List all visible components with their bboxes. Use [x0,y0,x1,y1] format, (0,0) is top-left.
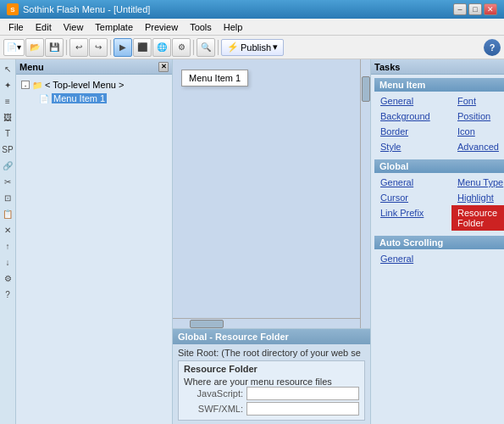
redo-button[interactable]: ↪ [89,38,108,57]
task-g-linkprefix[interactable]: Link Prefix [374,205,451,231]
publish-button[interactable]: ⚡ Publish ▾ [221,39,284,56]
tool-link[interactable]: 🔗 [0,158,15,173]
tree-root-label: < Top-level Menu > [45,80,124,90]
menu-help[interactable]: Help [219,21,248,33]
swf-input[interactable] [246,402,359,416]
info-panel: Global - Resource Folder Site Root: (The… [173,328,370,424]
task-mi-position[interactable]: Position [451,109,504,124]
menu-preview[interactable]: Preview [140,21,183,33]
tree-expand-root[interactable]: - [21,81,30,89]
task-mi-border[interactable]: Border [374,124,451,139]
tool-move-up[interactable]: ↑ [0,238,15,254]
task-section-menu-item-header: Menu Item [374,78,504,92]
tasks-content: Menu Item General Font Background Positi… [371,75,504,424]
new-icon: 📄 [7,42,17,52]
task-menu-item-label: Menu Item [379,80,425,90]
task-mi-font[interactable]: Font [451,93,504,109]
tree-item-root[interactable]: - 📁 < Top-level Menu > [19,78,169,92]
canvas-scrollbar-horizontal[interactable] [173,318,360,328]
tool-add-sub[interactable]: ≡ [0,93,15,109]
task-mi-general[interactable]: General [374,93,451,109]
task-as-general[interactable]: General [374,251,451,266]
zoom-out-button[interactable]: 🔍 [197,38,215,57]
tree-item-label: Menu Item 1 [52,93,107,103]
menu-panel-title: Menu [19,62,44,72]
minimize-button[interactable]: – [453,3,467,15]
task-g-cursor[interactable]: Cursor [374,190,451,205]
menu-edit[interactable]: Edit [30,21,57,33]
task-autoscrolling-grid: General [374,251,504,266]
task-g-resourcefolder[interactable]: Resource Folder [451,205,504,231]
task-g-highlight[interactable]: Highlight [451,190,504,205]
task-autoscrolling-label: Auto Scrolling [379,237,443,248]
task-mi-style[interactable]: Style [374,139,451,154]
preview-button[interactable]: ▶ [114,38,132,57]
tool-cut[interactable]: ✂ [0,174,15,189]
open-button[interactable]: 📂 [25,38,44,57]
task-menu-item-grid: General Font Background Position Border … [374,93,504,154]
publish-label: Publish [241,42,271,53]
task-g-general[interactable]: General [374,175,451,190]
tool-select[interactable]: ↖ [0,61,15,76]
task-section-autoscrolling: Auto Scrolling General [374,236,504,266]
separator-4 [218,40,219,55]
canvas-area[interactable]: Menu Item 1 [173,59,370,328]
menu-view[interactable]: View [58,21,89,33]
settings-button[interactable]: ⚙ [172,38,191,57]
tasks-header: Tasks ✕ [371,59,504,75]
tool-image[interactable]: 🖼 [0,109,15,125]
close-button[interactable]: ✕ [484,3,497,15]
canvas-panel: Menu Item 1 Global - Resource Folder Sit… [173,59,371,424]
task-mi-icon[interactable]: Icon [451,124,504,139]
separator-1 [66,40,67,55]
toolbar: 📄 ▾ 📂 💾 ↩ ↪ ▶ ⬛ 🌐 ⚙ 🔍 ⚡ Publish ▾ ? [0,36,504,59]
tree-item-icon: 📄 [38,92,50,104]
menu-tools[interactable]: Tools [185,21,217,33]
canvas-menu-item[interactable]: Menu Item 1 [181,70,248,86]
app-icon: S [7,3,19,15]
menu-panel: Menu ✕ - 📁 < Top-level Menu > 📄 Menu Ite… [16,59,173,424]
left-sidebar: ↖ ✦ ≡ 🖼 T SP 🔗 ✂ ⊡ 📋 ✕ ↑ ↓ ⚙ ? [0,59,16,424]
task-section-global: Global General Menu Type Cursor Highligh… [374,159,504,231]
menu-template[interactable]: Template [90,21,138,33]
save-button[interactable]: 💾 [45,38,64,57]
stop-button[interactable]: ⬛ [133,38,152,57]
swf-row: SWF/XML: [184,402,359,416]
task-section-autoscrolling-header: Auto Scrolling [374,236,504,249]
task-section-menu-item: Menu Item General Font Background Positi… [374,78,504,154]
separator-3 [193,40,194,55]
tree-item-menuitem1[interactable]: 📄 Menu Item 1 [36,92,169,105]
browser-button[interactable]: 🌐 [152,38,171,57]
info-section-resource: Resource Folder Where are your menu reso… [178,360,365,421]
tool-copy[interactable]: ⊡ [0,190,15,205]
tool-paste[interactable]: 📋 [0,206,15,221]
undo-button[interactable]: ↩ [69,38,88,57]
info-panel-header: Global - Resource Folder [173,329,370,344]
publish-icon: ⚡ [227,42,239,53]
tool-font[interactable]: SP [0,142,15,157]
publish-arrow: ▾ [273,42,278,53]
task-global-label: Global [379,161,408,171]
tool-add-item[interactable]: ✦ [0,77,15,92]
tool-move-down[interactable]: ↓ [0,254,15,270]
canvas-menu-item-label: Menu Item 1 [189,73,241,83]
tool-settings2[interactable]: ⚙ [0,271,15,286]
task-mi-background[interactable]: Background [374,109,451,124]
tool-text[interactable]: T [0,126,15,141]
window-title: Sothink Flash Menu - [Untitled] [23,4,150,14]
tool-delete[interactable]: ✕ [0,222,15,237]
js-input[interactable] [246,387,359,400]
title-bar-left: S Sothink Flash Menu - [Untitled] [7,3,150,15]
info-content: Site Root: (The root directory of your w… [173,344,370,424]
tasks-title: Tasks [374,62,400,72]
maximize-button[interactable]: □ [468,3,482,15]
help-button[interactable]: ? [484,39,501,56]
menu-file[interactable]: File [3,21,29,33]
task-g-menutype[interactable]: Menu Type [451,175,504,190]
canvas-scrollbar-vertical[interactable] [360,59,370,328]
tasks-panel: Tasks ✕ Menu Item General Font Backgroun… [371,59,504,424]
tool-help2[interactable]: ? [0,287,15,302]
menu-panel-close[interactable]: ✕ [158,62,169,72]
new-dropdown[interactable]: 📄 ▾ [3,39,25,56]
task-mi-advanced[interactable]: Advanced [451,139,504,154]
